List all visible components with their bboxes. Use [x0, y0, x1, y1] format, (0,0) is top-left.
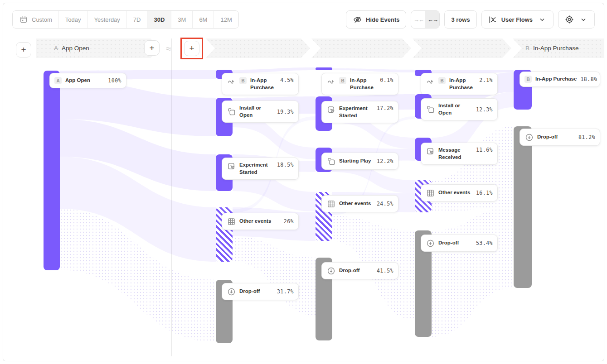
node-bar: [316, 67, 332, 70]
chevron-down-icon: [579, 15, 588, 24]
eye-off-icon: [353, 15, 362, 24]
date-tab-3m[interactable]: 3M: [171, 11, 192, 28]
node-label: In-App Purchase: [535, 76, 577, 83]
node-percent: 16.1%: [476, 190, 493, 196]
user-flows-page: Custom Today Yesterday 7D 30D 3M 6M 12M …: [0, 0, 607, 364]
settings-button[interactable]: [558, 10, 595, 29]
node-card: B In-App Purchase 18.8%: [520, 72, 600, 87]
node-label: Drop-off: [339, 267, 373, 274]
flows-chart-icon: [488, 15, 497, 24]
flow-node-in-app-purchase-final[interactable]: B In-App Purchase 18.8%: [514, 70, 604, 110]
node-label: Drop-off: [239, 288, 273, 295]
step-letter-badge: B: [339, 77, 346, 84]
flow-node-experiment-started[interactable]: Experiment Started 17.2%: [316, 96, 406, 131]
node-label: Drop-off: [537, 134, 575, 141]
date-tab-12m[interactable]: 12M: [214, 11, 238, 28]
node-label: Starting Play: [339, 158, 373, 165]
flow-node-install-or-open[interactable]: Install or Open 12.3%: [415, 94, 505, 119]
flow-node-other-events[interactable]: Other events 26%: [216, 207, 306, 262]
step-band-empty-1[interactable]: [206, 38, 310, 58]
hide-events-label: Hide Events: [366, 16, 399, 23]
add-step-after-a-button[interactable]: +: [144, 40, 160, 56]
grid-icon: [326, 199, 335, 208]
flow-node-other-events[interactable]: Other events 24.5%: [316, 192, 406, 241]
node-card: Message Received 11.6%: [421, 143, 498, 165]
flow-node-app-open[interactable]: A App Open 100%: [44, 71, 134, 270]
trend-arrow-icon: [326, 77, 335, 86]
node-percent: 19.3%: [277, 109, 294, 115]
node-percent: 12.2%: [377, 158, 393, 164]
flow-node-drop-off[interactable]: Drop-off 41.5%: [316, 258, 406, 340]
node-card: B In-App Purchase 4.5%: [222, 73, 299, 95]
flow-node-drop-off[interactable]: Drop-off 53.4%: [415, 230, 505, 337]
default-event-icon: [227, 107, 236, 116]
flow-node-starting-play[interactable]: Starting Play 12.2%: [316, 148, 406, 172]
hide-events-button[interactable]: Hide Events: [346, 10, 406, 29]
node-label: Other events: [339, 200, 373, 207]
expand-columns-button[interactable]: ←→: [425, 11, 439, 28]
step-band-empty-3[interactable]: [413, 38, 511, 58]
flow-node-experiment-started[interactable]: Experiment Started 18.5%: [216, 154, 306, 191]
node-percent: 12.3%: [476, 106, 493, 113]
node-card: B In-App Purchase 2.1%: [421, 73, 498, 95]
collapse-columns-button[interactable]: →←: [411, 11, 425, 28]
date-tab-6m[interactable]: 6M: [192, 11, 214, 28]
node-card: Other events 16.1%: [421, 184, 498, 201]
step-letter-badge: A: [54, 77, 62, 84]
drop-off-icon: [227, 287, 236, 296]
node-card: Other events 24.5%: [321, 195, 398, 212]
date-tab-yesterday[interactable]: Yesterday: [87, 11, 126, 28]
node-label: Experiment Started: [339, 105, 373, 119]
flow-node-other-events[interactable]: Other events 16.1%: [415, 180, 505, 212]
step-band-empty-2[interactable]: [311, 38, 411, 58]
node-percent: 53.4%: [476, 240, 493, 246]
flow-node-in-app-purchase[interactable]: B In-App Purchase 2.1%: [415, 70, 505, 97]
flow-node-in-app-purchase[interactable]: B In-App Purchase 0.1%: [316, 67, 406, 97]
node-label: In-App Purchase: [449, 77, 476, 91]
chevron-down-icon: [538, 15, 547, 24]
step-band-in-app-purchase[interactable]: B In-App Purchase: [513, 38, 604, 58]
node-card: Other events 26%: [222, 213, 299, 230]
trend-arrow-icon: [227, 77, 236, 86]
node-bar: [514, 126, 532, 288]
node-card: Experiment Started 18.5%: [222, 158, 299, 180]
trend-arrow-icon: [426, 77, 435, 86]
node-bar: [44, 71, 60, 270]
node-label: App Open: [65, 77, 104, 84]
step-letter-badge: B: [438, 77, 446, 84]
node-card: Drop-off 53.4%: [421, 235, 498, 252]
step-label: In-App Purchase: [533, 45, 579, 52]
date-range-selector: Custom Today Yesterday 7D 30D 3M 6M 12M: [12, 10, 239, 29]
column-width-toggle: →← ←→: [411, 10, 440, 29]
node-card: Drop-off 41.5%: [321, 262, 398, 279]
annotation-highlight-box: [180, 38, 203, 59]
flow-node-drop-off-final[interactable]: Drop-off 81.2%: [514, 126, 604, 288]
node-percent: 11.6%: [476, 147, 493, 153]
step-band-app-open[interactable]: A App Open: [36, 38, 160, 58]
flow-node-message-received[interactable]: Message Received 11.6%: [415, 138, 505, 161]
date-tab-today[interactable]: Today: [58, 11, 87, 28]
drop-off-icon: [524, 133, 534, 142]
view-selector[interactable]: User Flows: [481, 10, 554, 29]
node-label: In-App Purchase: [250, 77, 277, 91]
rows-button[interactable]: 3 rows: [444, 10, 476, 29]
date-tab-30d[interactable]: 30D: [147, 11, 171, 28]
node-card: Starting Play 12.2%: [321, 153, 398, 170]
grid-icon: [426, 188, 435, 197]
flow-node-in-app-purchase[interactable]: B In-App Purchase 4.5%: [216, 70, 306, 97]
node-percent: 41.5%: [377, 268, 393, 274]
node-label: Other events: [239, 218, 280, 225]
node-card: Drop-off 81.2%: [520, 129, 600, 146]
add-step-before-button[interactable]: +: [16, 42, 31, 57]
step-label: App Open: [62, 45, 89, 52]
custom-event-icon: [227, 162, 236, 171]
node-label: In-App Purchase: [350, 77, 376, 91]
date-tab-7d[interactable]: 7D: [126, 11, 147, 28]
node-label: Other events: [438, 189, 472, 196]
date-tab-custom[interactable]: Custom: [13, 11, 58, 28]
flow-node-install-or-open[interactable]: Install or Open 19.3%: [216, 98, 306, 136]
flow-node-drop-off[interactable]: Drop-off 31.7%: [216, 280, 306, 343]
gear-icon: [565, 15, 574, 24]
node-label: Install or Open: [438, 102, 472, 116]
grid-icon: [227, 217, 236, 226]
